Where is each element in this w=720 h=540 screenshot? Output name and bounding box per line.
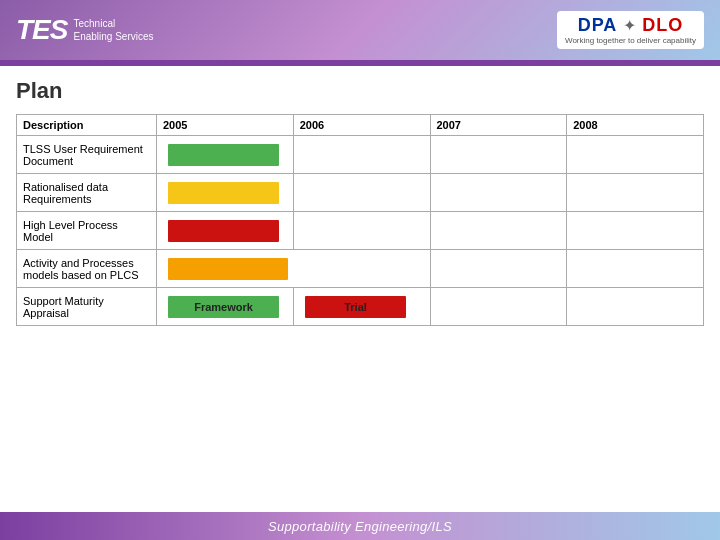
gantt-cell-r1-2006: [293, 136, 430, 174]
page-title: Plan: [16, 78, 704, 104]
gantt-cell-r4-2008: [567, 250, 704, 288]
row-label: TLSS User Requirement Document: [17, 136, 157, 174]
row-label: Support Maturity Appraisal: [17, 288, 157, 326]
gantt-cell-r2-2007: [430, 174, 567, 212]
dpa-text: DPA: [578, 15, 618, 36]
gantt-table: Description 2005 2006 2007 2008 TLSS Use…: [16, 114, 704, 326]
logo-separator: ✦: [623, 16, 636, 35]
row-label: Rationalised data Requirements: [17, 174, 157, 212]
dlo-text: DLO: [642, 15, 683, 36]
tes-letters: TES: [16, 14, 67, 46]
gantt-bar-green: [168, 144, 279, 166]
col-header-2008: 2008: [567, 115, 704, 136]
gantt-bar-trial: Trial: [305, 296, 407, 318]
gantt-cell-r3-2008: [567, 212, 704, 250]
main-content: Plan Description 2005 2006 2007 2008 TLS…: [0, 66, 720, 338]
table-row: High Level Process Model: [17, 212, 704, 250]
col-header-2007: 2007: [430, 115, 567, 136]
col-header-2005: 2005: [157, 115, 294, 136]
row-label: Activity and Processes models based on P…: [17, 250, 157, 288]
table-row: Support Maturity Appraisal Framework Tri…: [17, 288, 704, 326]
dpa-logo: DPA ✦ DLO Working together to deliver ca…: [557, 11, 704, 49]
gantt-bar-yellow: [168, 182, 279, 204]
header: TES Technical Enabling Services DPA ✦ DL…: [0, 0, 720, 60]
gantt-cell-r1-2005: [157, 136, 294, 174]
gantt-cell-r3-2007: [430, 212, 567, 250]
table-row: TLSS User Requirement Document: [17, 136, 704, 174]
gantt-cell-r5-2007: [430, 288, 567, 326]
col-header-2006: 2006: [293, 115, 430, 136]
gantt-cell-r4-span: [157, 250, 431, 288]
gantt-bar-framework: Framework: [168, 296, 279, 318]
footer: Supportability Engineering/ILS: [0, 512, 720, 540]
tes-logo: TES Technical Enabling Services: [16, 14, 154, 46]
dpa-subtext: Working together to deliver capability: [565, 36, 696, 45]
gantt-cell-r2-2008: [567, 174, 704, 212]
gantt-bar-orange: [168, 258, 288, 280]
gantt-cell-r5-2006: Trial: [293, 288, 430, 326]
gantt-cell-r2-2005: [157, 174, 294, 212]
table-row: Activity and Processes models based on P…: [17, 250, 704, 288]
col-header-desc: Description: [17, 115, 157, 136]
footer-text: Supportability Engineering/ILS: [268, 519, 452, 534]
table-row: Rationalised data Requirements: [17, 174, 704, 212]
gantt-cell-r3-2006: [293, 212, 430, 250]
gantt-cell-r1-2007: [430, 136, 567, 174]
gantt-cell-r2-2006: [293, 174, 430, 212]
gantt-cell-r4-2007: [430, 250, 567, 288]
table-header-row: Description 2005 2006 2007 2008: [17, 115, 704, 136]
tes-tagline: Technical Enabling Services: [73, 17, 153, 43]
gantt-cell-r5-2008: [567, 288, 704, 326]
gantt-cell-r3-2005: [157, 212, 294, 250]
gantt-cell-r1-2008: [567, 136, 704, 174]
gantt-cell-r5-2005: Framework: [157, 288, 294, 326]
gantt-bar-red: [168, 220, 279, 242]
row-label: High Level Process Model: [17, 212, 157, 250]
